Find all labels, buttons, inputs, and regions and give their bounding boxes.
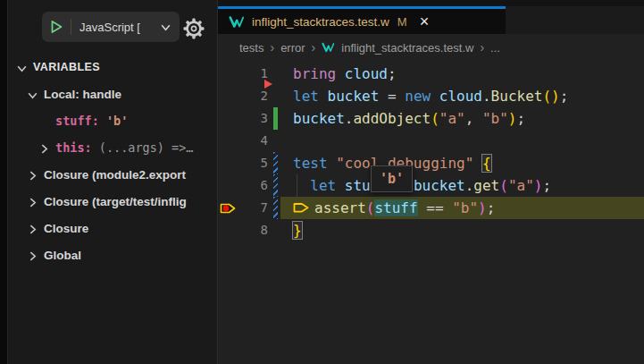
line-number[interactable]: 2 xyxy=(238,85,268,107)
code-line-content[interactable]: test "cool debugging" { xyxy=(280,152,644,174)
code-line-content[interactable]: } xyxy=(280,219,644,241)
chevron-right-icon[interactable] xyxy=(38,142,50,154)
token xyxy=(336,177,345,194)
glyph-margin[interactable] xyxy=(218,174,238,197)
tree-row[interactable]: Closure (target/test/inflig xyxy=(8,188,217,215)
chevron-down-icon[interactable] xyxy=(27,89,38,100)
scope-label: Local: handle xyxy=(44,88,121,101)
token xyxy=(473,155,482,172)
gutter-change-indicator xyxy=(272,219,280,241)
tree-row[interactable]: Local: handle xyxy=(8,80,217,107)
token: cloud xyxy=(345,65,388,82)
glyph-margin[interactable] xyxy=(218,107,238,130)
gutter-change-indicator xyxy=(272,130,280,152)
launch-config-label: JavaScript [ xyxy=(79,21,160,34)
glyph-margin[interactable] xyxy=(218,152,238,174)
gear-icon[interactable] xyxy=(183,18,205,39)
tree-row[interactable]: this: (...args) =>… xyxy=(8,134,217,161)
glyph-margin[interactable] xyxy=(218,85,238,107)
tab-inflight-stacktraces[interactable]: inflight_stacktraces.test.w M × xyxy=(218,6,506,34)
token: . xyxy=(465,177,474,194)
token: . xyxy=(482,88,491,105)
glyph-margin[interactable] xyxy=(218,219,238,241)
code-line-6: 6 let stuff = bucket.get("a"); xyxy=(218,174,644,197)
variable-value: (...args) =>… xyxy=(99,140,194,155)
breadcrumb-item[interactable]: error xyxy=(280,41,305,55)
tree-row[interactable]: Closure (module2.export xyxy=(8,161,217,188)
line-number[interactable]: 7 xyxy=(238,197,268,219)
token: cloud xyxy=(439,88,482,105)
glyph-margin[interactable] xyxy=(218,63,238,85)
scope-label: Global xyxy=(44,249,81,262)
close-icon[interactable]: × xyxy=(420,13,430,30)
chevron-right-icon: › xyxy=(270,40,274,55)
debug-sidebar: JavaScript [ xyxy=(8,0,218,364)
breadcrumb-item[interactable]: ... xyxy=(490,41,500,55)
code-line-content[interactable]: assert(stuff == "b"); xyxy=(280,197,644,219)
line-number[interactable]: 1 xyxy=(238,63,268,85)
token: let xyxy=(293,88,319,105)
code-line-content[interactable] xyxy=(280,130,644,152)
token xyxy=(336,65,345,82)
debug-launch-config-dropdown[interactable]: JavaScript [ xyxy=(42,12,180,42)
token: , xyxy=(465,110,482,127)
gutter-change-indicator xyxy=(272,174,280,197)
chevron-right-icon: › xyxy=(480,40,484,55)
breadcrumb-item[interactable]: inflight_stacktraces.test.w xyxy=(341,41,473,55)
token: bucket xyxy=(293,110,345,127)
tree-row[interactable]: Global xyxy=(8,241,217,268)
line-number[interactable]: 4 xyxy=(238,130,268,152)
code-line-content[interactable]: let bucket = new cloud.Bucket(); xyxy=(280,85,644,107)
chevron-down-icon[interactable] xyxy=(16,62,28,73)
token: { xyxy=(482,155,491,172)
token: == xyxy=(418,199,453,216)
code-line-5: 5test "cool debugging" { xyxy=(218,152,644,174)
line-number[interactable]: 8 xyxy=(238,219,268,241)
activity-bar-edge xyxy=(0,0,8,364)
breadcrumb: tests›error›inflight_stacktraces.test.w›… xyxy=(218,34,644,61)
variable-name: stuff: xyxy=(55,114,106,128)
gutter-change-indicator xyxy=(272,152,280,174)
token: get xyxy=(473,177,499,194)
tree-row[interactable]: stuff: 'b' xyxy=(8,107,217,134)
scope-label: Closure (target/test/inflig xyxy=(44,195,187,208)
token: "a" xyxy=(508,177,534,194)
chevron-right-icon[interactable] xyxy=(27,223,38,234)
variable-entry: this: (...args) =>… xyxy=(55,140,193,155)
breadcrumb-item[interactable]: tests xyxy=(239,41,263,55)
line-number[interactable]: 5 xyxy=(238,152,268,174)
code-editor[interactable]: 'b' 1bring cloud;2let bucket = new cloud… xyxy=(218,61,644,364)
code-line-3: 3bucket.addObject("a", "b"); xyxy=(218,107,644,130)
current-statement-arrow-icon xyxy=(293,199,310,221)
scope-label: Closure (module2.export xyxy=(44,168,186,182)
tree-row[interactable]: Closure xyxy=(8,215,217,241)
variables-section-header[interactable]: VARIABLES xyxy=(8,54,217,80)
breakpoint-hit-icon[interactable] xyxy=(218,197,238,219)
token: ; xyxy=(560,88,569,105)
code-line-content[interactable]: bucket.addObject("a", "b"); xyxy=(280,107,644,130)
modified-line-indicator xyxy=(273,152,278,174)
code-line-content[interactable]: bring cloud; xyxy=(280,63,644,85)
modified-line-indicator xyxy=(273,174,278,197)
glyph-margin[interactable] xyxy=(218,130,238,152)
chevron-right-icon: › xyxy=(312,40,316,55)
token: "b" xyxy=(482,110,508,127)
tooltip-value: 'b' xyxy=(380,171,404,187)
token: test xyxy=(293,155,328,172)
tab-filename: inflight_stacktraces.test.w xyxy=(252,15,389,29)
token: ) xyxy=(508,110,517,127)
token xyxy=(293,177,310,194)
line-number[interactable]: 3 xyxy=(238,107,268,130)
code-line-2: 2let bucket = new cloud.Bucket(); xyxy=(218,85,644,107)
chevron-right-icon[interactable] xyxy=(27,250,38,261)
variables-tree: VARIABLES Local: handlestuff: 'b'this: (… xyxy=(8,54,217,268)
debug-start-icon[interactable] xyxy=(50,20,63,34)
line-number[interactable]: 6 xyxy=(238,174,268,197)
dropdown-divider xyxy=(71,19,71,35)
chevron-right-icon[interactable] xyxy=(27,169,38,181)
chevron-right-icon[interactable] xyxy=(27,196,38,207)
token: ; xyxy=(517,110,526,127)
code-line-1: 1bring cloud; xyxy=(218,63,644,85)
token: bucket xyxy=(414,177,465,194)
code-line-content[interactable]: let stuff = bucket.get("a"); xyxy=(280,174,644,197)
